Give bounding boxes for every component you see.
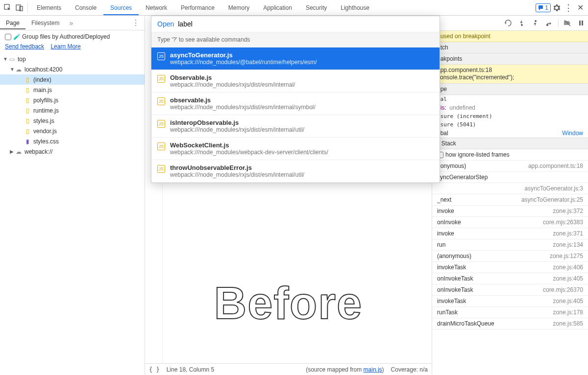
tree-file[interactable]: ▯styles.js xyxy=(0,116,145,126)
tree-file[interactable]: ▮styles.css xyxy=(0,136,145,146)
quick-open-item[interactable]: JSisInteropObservable.jswebpack:///node_… xyxy=(151,115,440,138)
device-toolbar-icon[interactable] xyxy=(14,2,25,14)
quick-open-results[interactable]: JSasyncToGenerator.jswebpack:///node_mod… xyxy=(151,47,440,183)
svg-point-3 xyxy=(521,24,523,26)
quick-open-item[interactable]: JSasyncToGenerator.jswebpack:///node_mod… xyxy=(151,47,440,70)
file-icon: JS xyxy=(157,75,165,83)
tabs-overflow-icon[interactable]: » xyxy=(65,19,77,27)
scope-global[interactable]: obalWindow xyxy=(432,129,588,138)
callstack-frame[interactable]: drainMicroTaskQueuezone.js:585 xyxy=(432,318,588,329)
file-icon: ▯ xyxy=(24,117,31,124)
scope-closure-2[interactable]: osure (5041) xyxy=(432,120,588,129)
file-icon: ▮ xyxy=(24,138,31,145)
callstack-frame[interactable]: invokezone.js:372 xyxy=(432,206,588,217)
callstack-frame[interactable]: syncGeneratorStep xyxy=(432,172,588,183)
tab-network[interactable]: Network xyxy=(139,0,174,15)
callstack-frame[interactable]: invokezone.js:371 xyxy=(432,228,588,239)
callstack-frame[interactable]: nonymous)app.component.ts:18 xyxy=(432,161,588,172)
file-icon: ▯ xyxy=(24,87,31,94)
group-option-checkbox[interactable] xyxy=(5,34,11,40)
send-feedback-link[interactable]: Send feedback xyxy=(5,43,44,50)
tree-file[interactable]: ▯polyfills.js xyxy=(0,95,145,105)
navigator-panel: Page Filesystem » ⋮ 🧪Group files by Auth… xyxy=(0,16,145,375)
file-icon: JS xyxy=(157,52,165,60)
file-icon: ▯ xyxy=(24,76,31,83)
pause-exceptions-icon[interactable] xyxy=(576,18,586,28)
scope-local[interactable]: cal xyxy=(432,95,588,103)
pretty-print-icon[interactable]: { } xyxy=(149,366,160,373)
tab-memory[interactable]: Memory xyxy=(221,0,256,15)
learn-more-link[interactable]: Learn More xyxy=(50,43,80,50)
inspect-icon[interactable] xyxy=(2,2,14,14)
tab-application[interactable]: Application xyxy=(256,0,299,15)
tab-elements[interactable]: Elements xyxy=(30,0,68,15)
quick-open-input[interactable] xyxy=(178,20,434,28)
callstack-header[interactable]: ll Stack xyxy=(432,138,588,149)
source-mapped: (source mapped from main.js) xyxy=(306,366,384,373)
devtools-top-tabs: ElementsConsoleSourcesNetworkPerformance… xyxy=(0,0,588,16)
callstack-frame[interactable]: invokeTaskzone.js:406 xyxy=(432,262,588,273)
tree-file[interactable]: ▯main.js xyxy=(0,85,145,95)
tab-security[interactable]: Security xyxy=(299,0,334,15)
callstack-frame[interactable]: runTaskzone.js:178 xyxy=(432,307,588,318)
callstack-frame[interactable]: onInvokeTaskcore.mjs:26370 xyxy=(432,284,588,296)
tab-performance[interactable]: Performance xyxy=(174,0,221,15)
file-icon: ▯ xyxy=(24,128,31,135)
settings-icon[interactable] xyxy=(551,2,563,14)
beaker-icon: 🧪 xyxy=(13,33,21,40)
step-out-icon[interactable] xyxy=(544,18,554,28)
step-over-icon[interactable] xyxy=(517,18,527,28)
group-option-row: 🧪Group files by Authored/Deployed xyxy=(0,30,145,43)
deactivate-breakpoints-icon[interactable] xyxy=(563,18,572,28)
tab-console[interactable]: Console xyxy=(68,0,103,15)
close-icon[interactable]: ✕ xyxy=(574,2,586,14)
scope-body: cal his: undefined osure (increment) osu… xyxy=(432,95,588,138)
breakpoints-header[interactable]: eakpoints xyxy=(432,53,588,65)
quick-open-header: Open xyxy=(151,16,440,32)
file-icon: JS xyxy=(157,142,165,150)
navigator-tabs: Page Filesystem » ⋮ xyxy=(0,16,145,30)
file-icon: JS xyxy=(157,165,165,173)
callstack-frame[interactable]: onInvokecore.mjs:26383 xyxy=(432,217,588,228)
tree-top[interactable]: ▼▭top xyxy=(0,54,145,64)
issues-badge[interactable]: 1 xyxy=(536,3,551,12)
debug-toolbar xyxy=(432,16,588,31)
tree-host[interactable]: ▼☁localhost:4200 xyxy=(0,64,145,74)
step-into-icon[interactable] xyxy=(531,18,540,28)
scope-header[interactable]: ope xyxy=(432,84,588,95)
quick-open-item[interactable]: JSObservable.jswebpack:///node_modules/r… xyxy=(151,70,440,93)
watch-header[interactable]: atch xyxy=(432,42,588,53)
callstack-frame[interactable]: invokeTaskzone.js:405 xyxy=(432,296,588,307)
navigator-menu-icon[interactable]: ⋮ xyxy=(127,18,145,27)
tree-file[interactable]: ▯(index) xyxy=(0,74,145,85)
tab-lighthouse[interactable]: Lighthouse xyxy=(334,0,376,15)
tree-webpack[interactable]: ▶☁webpack:// xyxy=(0,146,145,157)
file-tree: ▼▭top ▼☁localhost:4200 ▯(index)▯main.js▯… xyxy=(0,53,145,158)
tab-sources[interactable]: Sources xyxy=(103,0,139,15)
tree-file[interactable]: ▯runtime.js xyxy=(0,105,145,116)
svg-rect-7 xyxy=(582,21,583,25)
resume-icon[interactable] xyxy=(503,18,513,28)
scope-closure-1[interactable]: osure (increment) xyxy=(432,112,588,120)
quick-open-item[interactable]: JSthrowUnobservableError.jswebpack:///no… xyxy=(151,160,440,183)
tab-filesystem[interactable]: Filesystem xyxy=(25,17,65,29)
callstack-body: nonymous)app.component.ts:18syncGenerato… xyxy=(432,161,588,329)
callstack-frame[interactable]: runzone.js:134 xyxy=(432,239,588,251)
callstack-frame[interactable]: asyncToGenerator.js:3 xyxy=(432,183,588,194)
quick-open-item[interactable]: JSWebSocketClient.jswebpack:///node_modu… xyxy=(151,138,440,160)
svg-point-4 xyxy=(535,20,537,22)
source-map-link[interactable]: main.js xyxy=(364,366,382,373)
breakpoint-entry[interactable]: app.component.ts:18 console.trace("incre… xyxy=(432,65,588,84)
more-icon[interactable]: ⋮ xyxy=(563,2,574,14)
navigator-links: Send feedback Learn More xyxy=(0,43,145,53)
callstack-frame[interactable]: (anonymous)zone.js:1275 xyxy=(432,251,588,262)
group-option-label[interactable]: 🧪Group files by Authored/Deployed xyxy=(5,33,110,40)
quick-open-item[interactable]: JSobservable.jswebpack:///node_modules/r… xyxy=(151,93,440,115)
tab-page[interactable]: Page xyxy=(0,17,25,29)
debugger-panel: aused on breakpoint atch eakpoints app.c… xyxy=(432,16,588,375)
callstack-frame[interactable]: onInvokeTaskzone.js:405 xyxy=(432,273,588,284)
tree-file[interactable]: ▯vendor.js xyxy=(0,126,145,136)
show-ignore-listed[interactable]: how ignore-listed frames xyxy=(432,149,588,161)
paused-banner: aused on breakpoint xyxy=(432,31,588,42)
callstack-frame[interactable]: _nextasyncToGenerator.js:25 xyxy=(432,194,588,206)
